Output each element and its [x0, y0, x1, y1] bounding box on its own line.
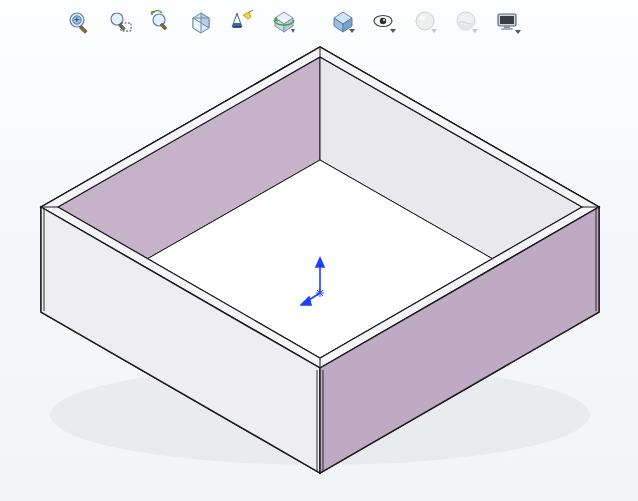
svg-marker-7	[58, 160, 582, 460]
svg-line-28	[317, 290, 323, 296]
face-inner-back-right	[320, 56, 591, 317]
svg-marker-55	[349, 29, 355, 33]
face-inner-back-left	[49, 56, 320, 317]
svg-marker-11	[58, 57, 582, 358]
origin-triad-icon	[300, 255, 340, 315]
svg-line-29	[317, 290, 323, 296]
face-outer-front-left	[41, 207, 320, 473]
svg-marker-65	[472, 29, 478, 33]
face-inner-front-left	[49, 212, 320, 461]
svg-marker-5	[58, 57, 320, 310]
svg-line-24	[304, 293, 320, 303]
svg-point-58	[383, 19, 385, 21]
svg-marker-17	[320, 207, 599, 473]
svg-rect-35	[119, 24, 126, 31]
svg-rect-69	[501, 28, 513, 30]
view-settings-icon[interactable]	[494, 8, 522, 36]
section-view-icon[interactable]	[188, 8, 216, 36]
svg-marker-4	[58, 57, 582, 358]
svg-point-0	[50, 365, 590, 465]
svg-marker-51	[291, 29, 295, 33]
svg-marker-16	[41, 207, 320, 473]
face-inner-floor	[49, 161, 591, 473]
svg-marker-2	[58, 57, 582, 358]
svg-rect-68	[504, 26, 510, 28]
svg-rect-38	[160, 23, 167, 30]
edit-appearance-icon	[412, 8, 440, 36]
face-inner-floor-2	[56, 165, 584, 461]
svg-line-46	[249, 10, 253, 12]
svg-marker-25	[301, 297, 311, 305]
svg-marker-23	[316, 258, 324, 267]
model-open-box	[0, 0, 638, 501]
svg-marker-70	[515, 30, 521, 34]
previous-view-icon[interactable]	[147, 8, 175, 36]
svg-point-57	[380, 18, 386, 24]
viewport-3d[interactable]: +	[0, 0, 638, 501]
svg-marker-3	[41, 47, 599, 368]
svg-point-61	[419, 16, 425, 20]
display-style-icon[interactable]	[330, 8, 358, 36]
svg-marker-59	[390, 29, 396, 33]
svg-marker-9	[320, 207, 582, 460]
zoom-to-area-icon[interactable]	[106, 8, 134, 36]
face-outer-front-right	[320, 207, 599, 473]
svg-marker-62	[431, 29, 437, 33]
svg-rect-32	[79, 26, 87, 34]
svg-text:+: +	[74, 15, 79, 25]
svg-point-60	[416, 12, 434, 30]
apply-scene-icon	[453, 8, 481, 36]
svg-marker-6	[320, 57, 582, 310]
svg-marker-8	[58, 207, 320, 460]
heads-up-view-toolbar: +	[65, 8, 522, 36]
zoom-to-fit-icon[interactable]: +	[65, 8, 93, 36]
svg-marker-10	[41, 47, 599, 368]
svg-marker-1	[41, 47, 599, 368]
dynamic-annotation-views-icon[interactable]	[229, 8, 257, 36]
hide-show-items-icon[interactable]	[371, 8, 399, 36]
svg-rect-67	[500, 16, 514, 24]
view-orientation-icon[interactable]	[270, 8, 298, 36]
